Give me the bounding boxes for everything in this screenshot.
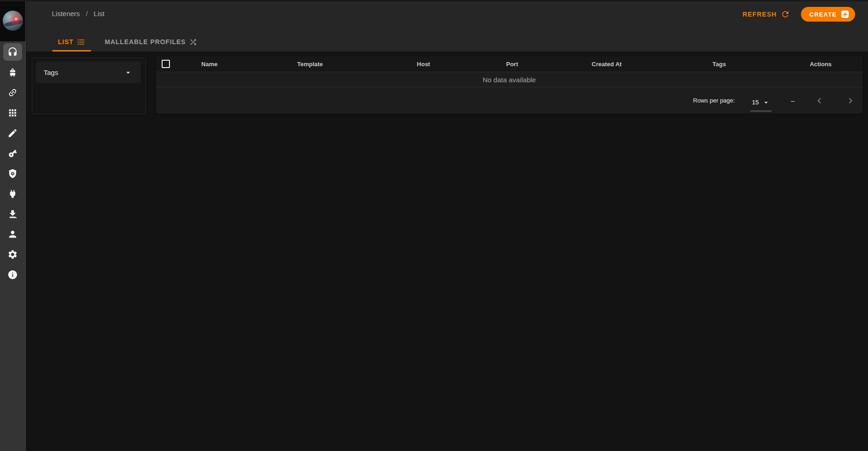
- empty-state-row: No data available: [156, 72, 862, 87]
- tab-bar: LIST MALLEABLE PROFILES: [52, 32, 203, 51]
- rows-per-page-label: Rows per page:: [693, 97, 735, 104]
- column-header-tags: Tags: [659, 61, 779, 68]
- table-header-checkbox-cell: [156, 60, 175, 68]
- refresh-icon: [781, 10, 790, 19]
- link-icon: [7, 87, 18, 98]
- select-all-checkbox[interactable]: [162, 60, 170, 68]
- window-top-edge: [0, 0, 868, 1]
- refresh-button-label: REFRESH: [743, 11, 777, 18]
- column-header-port: Port: [470, 61, 554, 68]
- listeners-table: Name Template Host Port Created At Tags …: [156, 56, 862, 114]
- table-header-row: Name Template Host Port Created At Tags …: [156, 56, 862, 72]
- previous-page-button[interactable]: [813, 94, 826, 107]
- chevron-left-icon: [814, 95, 825, 106]
- column-header-name: Name: [175, 61, 243, 68]
- sidebar-item-settings[interactable]: [3, 245, 22, 263]
- luggage-icon: [7, 67, 18, 78]
- tab-list-label: LIST: [58, 38, 73, 46]
- headset-icon: [7, 47, 18, 57]
- shield-gear-icon: [7, 168, 18, 179]
- breadcrumb-item-listeners[interactable]: Listeners: [52, 10, 80, 17]
- tags-filter-card: Tags: [32, 57, 146, 114]
- apps-grid-icon: [7, 108, 18, 118]
- gear-icon: [7, 249, 18, 260]
- tab-malleable-profiles[interactable]: MALLEABLE PROFILES: [99, 32, 203, 51]
- main-content: Tags Name Template Host Port Created At …: [26, 51, 868, 451]
- page-header: Listeners / List REFRESH CREATE LIST MAL…: [26, 1, 868, 51]
- logo-container[interactable]: [0, 0, 25, 41]
- column-header-host: Host: [377, 61, 470, 68]
- shuffle-icon: [189, 38, 197, 46]
- empty-state-text: No data available: [483, 76, 536, 84]
- sidebar-item-luggage[interactable]: [3, 63, 22, 81]
- plug-icon: [7, 188, 18, 199]
- sidebar: [0, 0, 26, 451]
- sidebar-item-downloads[interactable]: [3, 205, 22, 223]
- tab-malleable-profiles-label: MALLEABLE PROFILES: [105, 38, 186, 46]
- pencil-icon: [7, 128, 18, 138]
- rows-per-page-select[interactable]: 15: [750, 96, 772, 111]
- refresh-button[interactable]: REFRESH: [743, 10, 790, 19]
- list-icon: [77, 38, 85, 46]
- column-header-template: Template: [243, 61, 377, 68]
- pagination-range-text: –: [791, 97, 795, 104]
- person-icon: [7, 229, 18, 240]
- sidebar-item-apps[interactable]: [3, 104, 22, 121]
- app-root: Listeners / List REFRESH CREATE LIST MAL…: [0, 0, 868, 451]
- sidebar-item-listeners[interactable]: [3, 43, 22, 61]
- tags-select[interactable]: Tags: [36, 62, 141, 83]
- sidebar-item-about[interactable]: [3, 266, 22, 283]
- info-icon: [7, 269, 18, 280]
- sidebar-item-plugins[interactable]: [3, 185, 22, 202]
- sidebar-nav: [0, 41, 25, 283]
- next-page-button[interactable]: [844, 94, 857, 107]
- app-logo[interactable]: [3, 11, 23, 31]
- create-button-label: CREATE: [809, 11, 837, 18]
- column-header-actions: Actions: [779, 61, 862, 68]
- tab-list[interactable]: LIST: [52, 32, 91, 51]
- download-icon: [7, 209, 18, 219]
- breadcrumb-separator: /: [86, 10, 88, 17]
- column-header-created-at: Created At: [554, 61, 659, 68]
- create-button[interactable]: CREATE: [801, 7, 855, 22]
- sidebar-item-credentials[interactable]: [3, 144, 22, 162]
- chevron-right-icon: [845, 95, 856, 106]
- key-icon: [7, 148, 18, 159]
- arrow-drop-down-icon: [762, 98, 770, 107]
- breadcrumb-item-list: List: [94, 10, 104, 17]
- pagination-bar: Rows per page: 15 –: [156, 87, 862, 114]
- arrow-drop-down-icon: [124, 68, 133, 77]
- breadcrumb: Listeners / List: [52, 10, 104, 17]
- plus-icon: [841, 11, 849, 18]
- sidebar-item-link[interactable]: [3, 84, 22, 101]
- sidebar-item-security[interactable]: [3, 165, 22, 182]
- rows-per-page-value: 15: [752, 99, 759, 106]
- sidebar-item-users[interactable]: [3, 225, 22, 243]
- header-actions: REFRESH CREATE: [743, 5, 855, 23]
- sidebar-item-editor[interactable]: [3, 124, 22, 142]
- tags-select-label: Tags: [44, 69, 58, 76]
